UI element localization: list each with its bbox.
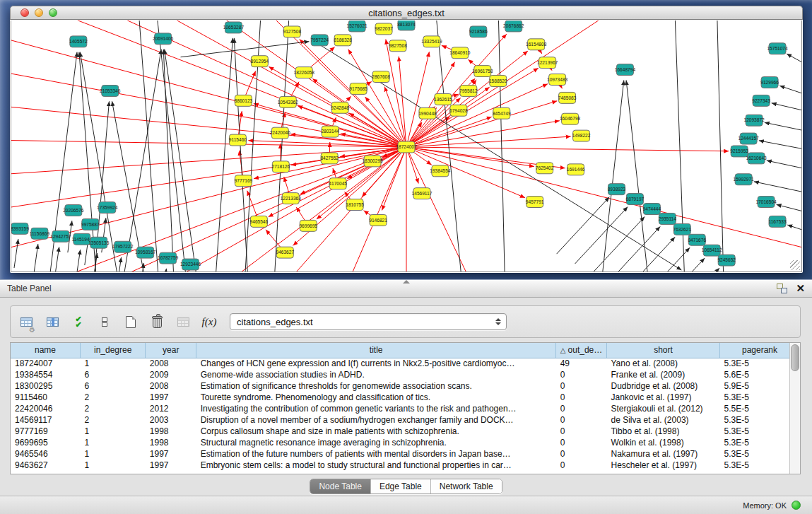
delete-table-button[interactable] [148,313,165,331]
graph-node[interactable]: 6879197 [626,194,645,205]
graph-node[interactable]: 9699695 [299,220,317,231]
graph-node[interactable]: 9465546 [250,216,269,227]
graph-node[interactable]: 14569117 [412,188,433,199]
graph-node[interactable]: 9457791 [526,197,544,208]
graph-node[interactable]: 8186328 [334,35,352,46]
column-header-out-de-[interactable]: △out_de… [556,343,607,358]
graph-node[interactable]: 19384554 [430,165,451,177]
graph-node[interactable]: 9127508 [283,26,301,37]
graph-node[interactable]: 15992971 [734,174,755,185]
graph-node[interactable]: 9822037 [375,23,393,35]
graph-node[interactable]: 2867608 [372,71,390,83]
close-panel-icon[interactable]: ✕ [796,284,805,293]
graph-node[interactable]: 10958167 [135,247,156,258]
graph-node[interactable]: 12942757 [50,230,71,242]
graph-node[interactable]: 7485083 [558,92,577,103]
graph-node[interactable]: 9129966 [760,77,779,88]
table-row[interactable]: 1872400712008Changes of HCN gene express… [11,358,800,369]
graph-node[interactable]: 15276021 [346,21,367,32]
graph-node[interactable]: 9218586 [469,26,488,37]
graph-node[interactable]: 1498222 [572,130,591,141]
graph-node[interactable]: 9146821 [369,214,387,226]
graph-node[interactable]: 10654112 [702,245,722,256]
table-row[interactable]: 2242004622012Investigating the contribut… [11,403,800,414]
table-row[interactable]: 946554611997Estimation of the future num… [11,448,800,460]
graph-node[interactable]: 8393159 [11,223,29,234]
column-header-title[interactable]: title [196,343,556,358]
network-window-titlebar[interactable]: citations_edges.txt [10,6,803,20]
graph-node[interactable]: 8860123 [235,95,253,106]
graph-node[interactable]: 13505135 [88,237,110,248]
table-row[interactable]: 911546021997Tourette syndrome. Phenomeno… [11,392,800,403]
table-row[interactable]: 1830029562008Estimation of significance … [11,380,800,392]
graph-node[interactable]: 1810755 [346,199,364,211]
new-table-button[interactable] [122,313,139,331]
graph-node[interactable]: 16046798 [560,113,581,124]
graph-node[interactable]: 20876862 [503,21,524,32]
graph-node[interactable]: 7955812 [459,85,478,96]
graph-node[interactable]: 17016504 [755,197,777,208]
graph-node[interactable]: 10973483 [547,74,568,86]
graph-node[interactable]: 10653287 [223,22,245,33]
graph-node[interactable]: 9827508 [389,40,407,52]
graph-node[interactable]: 17957222 [112,241,134,252]
graph-node[interactable]: 9975887 [81,218,100,230]
graph-node[interactable]: 2935114 [659,213,676,224]
graph-node[interactable]: 2803144 [321,126,339,137]
deselect-rows-button[interactable] [96,313,113,331]
graph-node[interactable]: 12213363 [281,193,302,204]
graph-node[interactable]: 18724007 [396,141,417,153]
graph-node[interactable]: 16782759 [158,252,179,264]
graph-node[interactable]: 20206576 [63,205,84,216]
resize-grip-icon[interactable] [790,260,800,270]
graph-node[interactable]: 16961758 [472,66,493,77]
graph-node[interactable]: 1691446 [567,164,585,175]
graph-node[interactable]: 10543362 [278,96,299,107]
graph-node[interactable]: 8938923 [608,184,626,195]
table-selector-dropdown[interactable]: citations_edges.txt [230,313,507,330]
scrollbar-thumb[interactable] [791,344,799,371]
graph-node[interactable]: 9245652 [717,255,736,266]
graph-node[interactable]: 9175685 [349,83,367,95]
graph-node[interactable]: 1990448 [418,107,437,119]
graph-node[interactable]: 18640910 [449,47,471,59]
graph-node[interactable]: 17359924 [97,202,118,214]
graph-node[interactable]: 16210643 [746,153,767,164]
graph-node[interactable]: 21053346 [100,85,121,96]
graph-node[interactable]: 8912954 [251,56,269,67]
select-all-button[interactable]: ✔✔ [70,313,87,331]
table-row[interactable]: 1938455462009Genome-wide association stu… [11,369,800,380]
graph-node[interactable]: 20691406 [153,33,174,45]
graph-node[interactable]: 12444157 [739,133,760,144]
graph-node[interactable]: 8471676 [688,234,706,245]
graph-node[interactable]: 9474444 [643,204,661,215]
column-header-pagerank[interactable]: pagerank [720,343,800,358]
graph-node[interactable]: 12093872 [743,115,765,126]
graph-node[interactable]: 11156869 [30,228,50,239]
column-header-short[interactable]: short [606,343,719,358]
table-row[interactable]: 977716911998Corpus callosum shape and si… [11,426,800,437]
graph-node[interactable]: 9777169 [235,175,253,187]
graph-node[interactable]: 7957224 [310,35,329,46]
graph-node[interactable]: 9115460 [229,134,247,146]
network-graph[interactable]: 1872400728676089175685924284828031448427… [11,21,801,271]
graph-node[interactable]: 16648794 [615,64,636,76]
graph-node[interactable]: 1167533 [769,216,787,227]
tab-network-table[interactable]: Network Table [431,479,502,493]
graph-node[interactable]: 12923446 [180,259,201,270]
graph-node[interactable]: 15751074 [767,43,788,54]
graph-node[interactable]: 6794028 [449,105,468,116]
graph-node[interactable]: 8427552 [320,153,339,164]
graph-node[interactable]: 18300295 [362,156,383,167]
graph-node[interactable]: 9463627 [276,247,295,258]
graph-node[interactable]: 2718126 [272,161,290,173]
tab-edge-table[interactable]: Edge Table [371,479,431,493]
graph-node[interactable]: 8454749 [493,107,511,119]
table-settings-button[interactable]: ⚙ [18,313,35,331]
column-header-name[interactable]: name [11,343,81,358]
graph-node[interactable]: 18226058 [294,67,315,78]
float-panel-icon[interactable] [777,284,787,293]
graph-node[interactable]: 7632621 [673,223,691,235]
graph-node[interactable]: 1405572 [69,36,88,47]
column-header-year[interactable]: year [146,343,196,358]
